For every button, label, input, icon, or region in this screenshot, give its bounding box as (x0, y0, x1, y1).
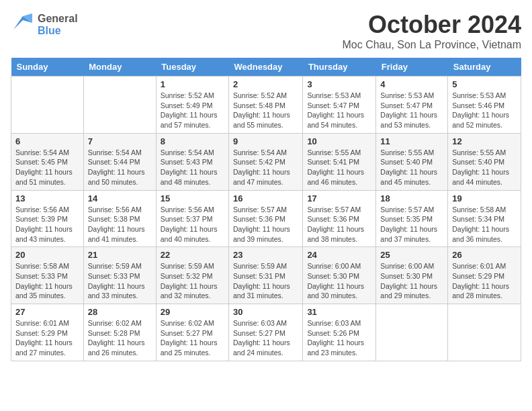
day-number: 5 (452, 79, 517, 89)
calendar-cell: 24Sunrise: 6:00 AM Sunset: 5:30 PM Dayli… (303, 247, 376, 304)
day-info: Sunrise: 5:55 AM Sunset: 5:40 PM Dayligh… (452, 148, 517, 187)
day-info: Sunrise: 6:00 AM Sunset: 5:30 PM Dayligh… (380, 261, 443, 301)
day-number: 21 (88, 250, 152, 260)
calendar-cell: 6Sunrise: 5:54 AM Sunset: 5:45 PM Daylig… (11, 133, 84, 190)
th-saturday: Saturday (448, 58, 521, 77)
day-info: Sunrise: 5:53 AM Sunset: 5:47 PM Dayligh… (380, 91, 443, 130)
calendar-cell: 20Sunrise: 5:58 AM Sunset: 5:33 PM Dayli… (11, 247, 84, 304)
calendar-week-row: 20Sunrise: 5:58 AM Sunset: 5:33 PM Dayli… (11, 247, 521, 304)
day-info: Sunrise: 5:58 AM Sunset: 5:33 PM Dayligh… (15, 261, 79, 301)
calendar-week-row: 1Sunrise: 5:52 AM Sunset: 5:49 PM Daylig… (11, 77, 521, 134)
day-number: 23 (233, 250, 298, 260)
day-number: 26 (452, 250, 517, 260)
calendar-cell (83, 77, 156, 134)
calendar-cell: 19Sunrise: 5:58 AM Sunset: 5:34 PM Dayli… (448, 190, 521, 247)
day-info: Sunrise: 5:54 AM Sunset: 5:43 PM Dayligh… (161, 148, 224, 187)
day-info: Sunrise: 5:56 AM Sunset: 5:37 PM Dayligh… (161, 205, 224, 244)
calendar-cell: 13Sunrise: 5:56 AM Sunset: 5:39 PM Dayli… (11, 190, 84, 247)
day-number: 27 (15, 307, 79, 317)
day-number: 31 (307, 307, 371, 317)
day-number: 6 (15, 136, 79, 146)
day-info: Sunrise: 5:54 AM Sunset: 5:45 PM Dayligh… (15, 148, 79, 187)
logo-text-block: General Blue (38, 13, 78, 37)
day-number: 8 (161, 136, 224, 146)
day-info: Sunrise: 5:53 AM Sunset: 5:47 PM Dayligh… (307, 91, 371, 130)
calendar-cell: 2Sunrise: 5:52 AM Sunset: 5:48 PM Daylig… (229, 77, 303, 134)
day-number: 25 (380, 250, 443, 260)
day-info: Sunrise: 6:00 AM Sunset: 5:30 PM Dayligh… (307, 261, 371, 301)
calendar-cell: 11Sunrise: 5:55 AM Sunset: 5:40 PM Dayli… (376, 133, 448, 190)
day-info: Sunrise: 5:52 AM Sunset: 5:48 PM Dayligh… (233, 91, 298, 130)
th-monday: Monday (83, 58, 156, 77)
day-info: Sunrise: 5:58 AM Sunset: 5:34 PM Dayligh… (452, 205, 517, 244)
day-info: Sunrise: 6:01 AM Sunset: 5:29 PM Dayligh… (452, 261, 517, 301)
day-number: 15 (161, 193, 224, 203)
calendar-cell: 18Sunrise: 5:57 AM Sunset: 5:35 PM Dayli… (376, 190, 448, 247)
day-number: 18 (380, 193, 443, 203)
day-info: Sunrise: 5:59 AM Sunset: 5:31 PM Dayligh… (233, 261, 298, 301)
calendar-cell: 5Sunrise: 5:53 AM Sunset: 5:46 PM Daylig… (448, 77, 521, 134)
month-title: October 2024 (342, 11, 521, 39)
day-number: 24 (307, 250, 371, 260)
calendar-cell (448, 304, 521, 361)
calendar-cell: 22Sunrise: 5:59 AM Sunset: 5:32 PM Dayli… (156, 247, 228, 304)
calendar-cell: 1Sunrise: 5:52 AM Sunset: 5:49 PM Daylig… (156, 77, 228, 134)
day-info: Sunrise: 6:01 AM Sunset: 5:29 PM Dayligh… (15, 318, 79, 358)
day-info: Sunrise: 6:02 AM Sunset: 5:27 PM Dayligh… (161, 318, 224, 358)
calendar-cell: 4Sunrise: 5:53 AM Sunset: 5:47 PM Daylig… (376, 77, 448, 134)
calendar-cell: 9Sunrise: 5:54 AM Sunset: 5:42 PM Daylig… (229, 133, 303, 190)
day-info: Sunrise: 5:59 AM Sunset: 5:33 PM Dayligh… (88, 261, 152, 301)
day-info: Sunrise: 5:55 AM Sunset: 5:41 PM Dayligh… (307, 148, 371, 187)
logo-svg (11, 11, 35, 35)
calendar-cell: 16Sunrise: 5:57 AM Sunset: 5:36 PM Dayli… (229, 190, 303, 247)
day-info: Sunrise: 5:53 AM Sunset: 5:46 PM Dayligh… (452, 91, 517, 130)
day-info: Sunrise: 5:52 AM Sunset: 5:49 PM Dayligh… (161, 91, 224, 130)
day-number: 2 (233, 79, 298, 89)
calendar-cell: 23Sunrise: 5:59 AM Sunset: 5:31 PM Dayli… (229, 247, 303, 304)
day-number: 1 (161, 79, 224, 89)
day-info: Sunrise: 5:54 AM Sunset: 5:44 PM Dayligh… (88, 148, 152, 187)
logo-blue-text: Blue (38, 25, 78, 37)
day-info: Sunrise: 6:03 AM Sunset: 5:26 PM Dayligh… (307, 318, 371, 358)
page-header: General Blue October 2024 Moc Chau, Son … (11, 11, 521, 51)
logo-general-text: General (38, 13, 78, 25)
day-info: Sunrise: 5:56 AM Sunset: 5:39 PM Dayligh… (15, 205, 79, 244)
day-number: 17 (307, 193, 371, 203)
calendar-cell: 26Sunrise: 6:01 AM Sunset: 5:29 PM Dayli… (448, 247, 521, 304)
day-info: Sunrise: 5:57 AM Sunset: 5:36 PM Dayligh… (307, 205, 371, 244)
day-number: 30 (233, 307, 298, 317)
calendar-week-row: 6Sunrise: 5:54 AM Sunset: 5:45 PM Daylig… (11, 133, 521, 190)
calendar-cell: 29Sunrise: 6:02 AM Sunset: 5:27 PM Dayli… (156, 304, 228, 361)
calendar-cell: 10Sunrise: 5:55 AM Sunset: 5:41 PM Dayli… (303, 133, 376, 190)
day-info: Sunrise: 5:59 AM Sunset: 5:32 PM Dayligh… (161, 261, 224, 301)
day-number: 13 (15, 193, 79, 203)
day-info: Sunrise: 5:56 AM Sunset: 5:38 PM Dayligh… (88, 205, 152, 244)
th-sunday: Sunday (11, 58, 84, 77)
day-info: Sunrise: 5:57 AM Sunset: 5:36 PM Dayligh… (233, 205, 298, 244)
th-wednesday: Wednesday (229, 58, 303, 77)
day-number: 20 (15, 250, 79, 260)
day-number: 10 (307, 136, 371, 146)
calendar-cell: 27Sunrise: 6:01 AM Sunset: 5:29 PM Dayli… (11, 304, 84, 361)
calendar-cell: 15Sunrise: 5:56 AM Sunset: 5:37 PM Dayli… (156, 190, 228, 247)
logo-icon (11, 11, 35, 39)
day-number: 19 (452, 193, 517, 203)
day-number: 12 (452, 136, 517, 146)
day-info: Sunrise: 5:55 AM Sunset: 5:40 PM Dayligh… (380, 148, 443, 187)
location-text: Moc Chau, Son La Province, Vietnam (342, 39, 521, 51)
calendar-cell: 12Sunrise: 5:55 AM Sunset: 5:40 PM Dayli… (448, 133, 521, 190)
calendar-cell: 8Sunrise: 5:54 AM Sunset: 5:43 PM Daylig… (156, 133, 228, 190)
calendar-cell: 31Sunrise: 6:03 AM Sunset: 5:26 PM Dayli… (303, 304, 376, 361)
day-number: 14 (88, 193, 152, 203)
day-info: Sunrise: 6:02 AM Sunset: 5:28 PM Dayligh… (88, 318, 152, 358)
day-number: 22 (161, 250, 224, 260)
calendar-cell: 30Sunrise: 6:03 AM Sunset: 5:27 PM Dayli… (229, 304, 303, 361)
day-number: 28 (88, 307, 152, 317)
calendar-cell: 21Sunrise: 5:59 AM Sunset: 5:33 PM Dayli… (83, 247, 156, 304)
calendar-cell (376, 304, 448, 361)
day-info: Sunrise: 5:54 AM Sunset: 5:42 PM Dayligh… (233, 148, 298, 187)
calendar-cell: 17Sunrise: 5:57 AM Sunset: 5:36 PM Dayli… (303, 190, 376, 247)
day-number: 11 (380, 136, 443, 146)
calendar-cell: 14Sunrise: 5:56 AM Sunset: 5:38 PM Dayli… (83, 190, 156, 247)
day-number: 29 (161, 307, 224, 317)
